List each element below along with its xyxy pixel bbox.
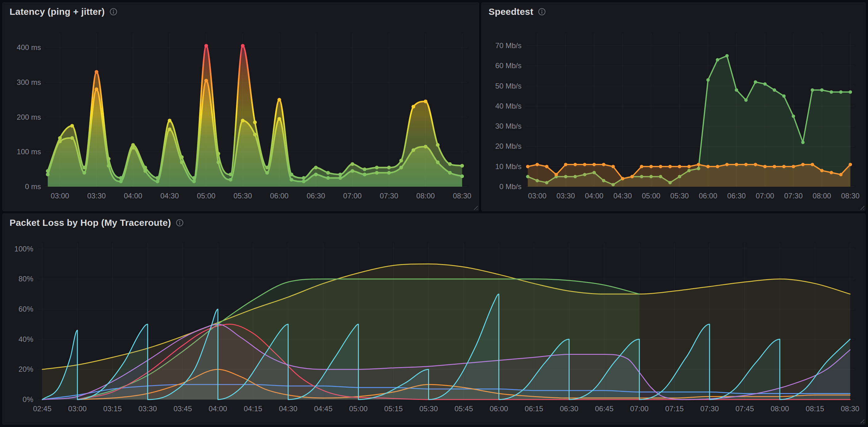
svg-text:03:30: 03:30	[138, 404, 157, 413]
svg-text:03:30: 03:30	[556, 192, 575, 200]
svg-text:80%: 80%	[19, 275, 33, 283]
svg-text:06:30: 06:30	[560, 404, 578, 413]
grafana-dashboard: Latency (ping + jitter) 0 ms100 ms200 ms…	[0, 0, 868, 427]
svg-text:0 Mb/s: 0 Mb/s	[499, 182, 522, 191]
svg-text:04:15: 04:15	[244, 404, 262, 413]
svg-text:03:00: 03:00	[528, 192, 547, 200]
svg-text:400 ms: 400 ms	[17, 43, 41, 52]
svg-text:05:00: 05:00	[642, 192, 660, 200]
svg-text:05:00: 05:00	[349, 404, 368, 413]
svg-text:05:30: 05:30	[671, 192, 689, 200]
svg-text:06:15: 06:15	[525, 404, 543, 413]
svg-text:20 Mb/s: 20 Mb/s	[495, 142, 522, 150]
svg-text:50 Mb/s: 50 Mb/s	[495, 82, 522, 90]
svg-text:07:45: 07:45	[736, 404, 754, 413]
svg-text:07:30: 07:30	[784, 192, 803, 200]
svg-text:30 Mb/s: 30 Mb/s	[495, 122, 522, 130]
svg-text:60 Mb/s: 60 Mb/s	[495, 61, 522, 70]
svg-text:04:00: 04:00	[585, 192, 603, 200]
svg-text:04:30: 04:30	[160, 192, 179, 200]
svg-text:05:00: 05:00	[197, 192, 215, 200]
panel-title-speedtest: Speedtest	[489, 6, 533, 17]
svg-text:07:00: 07:00	[630, 404, 649, 413]
svg-text:04:30: 04:30	[613, 192, 632, 200]
svg-text:07:00: 07:00	[343, 192, 362, 200]
svg-text:100%: 100%	[14, 245, 33, 253]
svg-text:05:30: 05:30	[233, 192, 252, 200]
packet-loss-chart[interactable]: 0%20%40%60%80%100%02:4503:0003:1503:3003…	[5, 232, 863, 422]
svg-text:05:45: 05:45	[454, 404, 473, 413]
svg-text:05:15: 05:15	[384, 404, 403, 413]
svg-text:03:15: 03:15	[103, 404, 122, 413]
svg-text:04:00: 04:00	[209, 404, 227, 413]
svg-text:05:30: 05:30	[419, 404, 438, 413]
svg-text:08:30: 08:30	[841, 192, 860, 200]
svg-text:40 Mb/s: 40 Mb/s	[495, 102, 522, 110]
latency-chart[interactable]: 0 ms100 ms200 ms300 ms400 ms03:0003:3004…	[5, 21, 476, 208]
info-icon[interactable]	[537, 7, 546, 16]
svg-text:60%: 60%	[19, 305, 33, 313]
svg-text:03:00: 03:00	[51, 192, 69, 200]
svg-text:08:30: 08:30	[841, 404, 859, 413]
svg-text:06:45: 06:45	[595, 404, 613, 413]
info-icon[interactable]	[109, 7, 118, 16]
svg-text:300 ms: 300 ms	[17, 78, 41, 86]
speedtest-chart[interactable]: 0 Mb/s10 Mb/s20 Mb/s30 Mb/s40 Mb/s50 Mb/…	[484, 21, 863, 208]
svg-text:70 Mb/s: 70 Mb/s	[495, 41, 522, 50]
svg-text:100 ms: 100 ms	[17, 147, 41, 156]
info-icon-glyph	[109, 7, 118, 16]
info-icon-glyph	[176, 219, 184, 227]
svg-text:03:45: 03:45	[174, 404, 192, 413]
panel-title-packet-loss: Packet Loss by Hop (My Traceroute)	[9, 218, 171, 228]
panel-speedtest: Speedtest 0 Mb/s10 Mb/s20 Mb/s30 Mb/s40 …	[482, 2, 866, 211]
svg-text:10 Mb/s: 10 Mb/s	[495, 162, 522, 171]
svg-text:02:45: 02:45	[33, 404, 52, 413]
panel-header-speedtest[interactable]: Speedtest	[482, 3, 865, 21]
svg-text:07:30: 07:30	[380, 192, 398, 200]
svg-text:200 ms: 200 ms	[17, 113, 41, 121]
svg-text:06:30: 06:30	[307, 192, 325, 200]
svg-text:07:00: 07:00	[756, 192, 774, 200]
panel-latency: Latency (ping + jitter) 0 ms100 ms200 ms…	[2, 2, 479, 211]
svg-text:08:15: 08:15	[806, 404, 824, 413]
svg-text:06:00: 06:00	[270, 192, 288, 200]
svg-text:08:00: 08:00	[416, 192, 435, 200]
svg-text:07:30: 07:30	[700, 404, 719, 413]
svg-text:06:00: 06:00	[490, 404, 508, 413]
svg-text:08:00: 08:00	[771, 404, 789, 413]
svg-text:04:45: 04:45	[314, 404, 333, 413]
svg-text:04:00: 04:00	[124, 192, 143, 200]
svg-text:03:30: 03:30	[87, 192, 106, 200]
panel-title-latency: Latency (ping + jitter)	[9, 6, 105, 17]
svg-text:03:00: 03:00	[68, 404, 87, 413]
svg-text:08:00: 08:00	[812, 192, 831, 200]
svg-text:07:15: 07:15	[665, 404, 684, 413]
panel-header-latency[interactable]: Latency (ping + jitter)	[3, 3, 479, 21]
svg-text:04:30: 04:30	[279, 404, 298, 413]
info-icon-glyph	[537, 7, 546, 16]
svg-text:0 ms: 0 ms	[25, 182, 41, 191]
info-icon[interactable]	[176, 219, 184, 227]
svg-text:40%: 40%	[19, 335, 33, 343]
svg-text:0%: 0%	[23, 395, 33, 403]
panel-header-packet-loss[interactable]: Packet Loss by Hop (My Traceroute)	[3, 214, 865, 232]
panel-packet-loss: Packet Loss by Hop (My Traceroute) 0%20%…	[2, 214, 866, 425]
svg-text:06:00: 06:00	[699, 192, 717, 200]
svg-text:06:30: 06:30	[727, 192, 746, 200]
svg-text:08:30: 08:30	[453, 192, 471, 200]
svg-text:20%: 20%	[19, 365, 33, 373]
